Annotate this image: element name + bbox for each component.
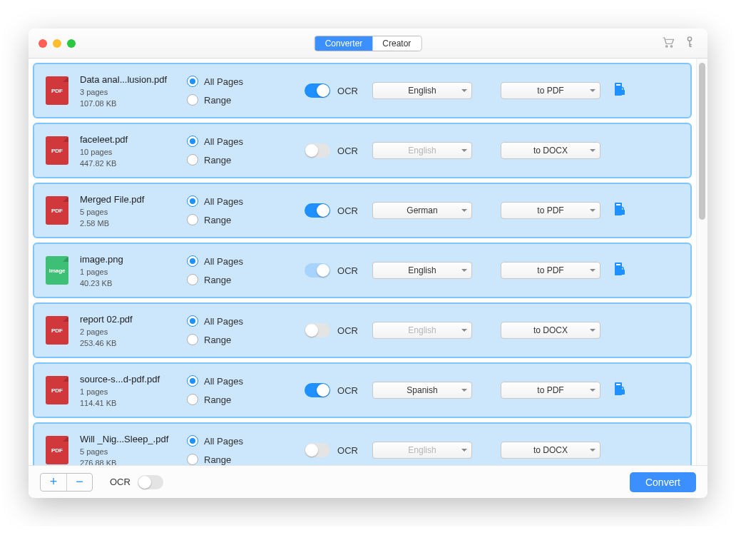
ocr-label: OCR bbox=[337, 205, 358, 216]
svg-rect-4 bbox=[619, 210, 625, 215]
key-icon[interactable] bbox=[685, 36, 695, 50]
file-size: 2.58 MB bbox=[80, 219, 187, 228]
file-name: image.png bbox=[80, 254, 187, 265]
tab-converter[interactable]: Converter bbox=[315, 36, 373, 51]
ocr-toggle[interactable] bbox=[305, 263, 330, 278]
pdf-file-icon: PDF bbox=[44, 315, 70, 346]
file-meta: report 02.pdf2 pages253.46 KB bbox=[80, 314, 187, 347]
format-dropdown[interactable]: to PDF bbox=[501, 262, 600, 279]
pdf-file-icon: PDF bbox=[44, 135, 70, 166]
ocr-group: OCR bbox=[272, 443, 358, 457]
file-pages: 3 pages bbox=[80, 88, 187, 96]
footer-ocr-toggle[interactable] bbox=[138, 475, 163, 489]
radio-all-pages[interactable]: All Pages bbox=[187, 315, 272, 327]
file-row[interactable]: PDFMerged File.pdf5 pages2.58 MBAll Page… bbox=[33, 183, 692, 238]
file-list: PDFData anal...lusion.pdf3 pages107.08 K… bbox=[29, 58, 696, 465]
format-dropdown[interactable]: to DOCX bbox=[501, 142, 600, 159]
language-dropdown[interactable]: English bbox=[372, 82, 472, 99]
file-row[interactable]: PDFWill _Nig...Sleep_.pdf5 pages276.88 K… bbox=[33, 422, 692, 465]
ocr-toggle[interactable] bbox=[305, 143, 330, 158]
ocr-group: OCR bbox=[272, 83, 358, 98]
image-file-icon: Image bbox=[44, 255, 70, 286]
file-size: 447.82 KB bbox=[80, 159, 187, 168]
ocr-group: OCR bbox=[272, 323, 358, 337]
lock-file-icon[interactable] bbox=[611, 382, 625, 399]
ocr-label: OCR bbox=[337, 86, 358, 96]
radio-range[interactable]: Range bbox=[187, 154, 272, 166]
file-pages: 10 pages bbox=[80, 148, 187, 156]
ocr-group: OCR bbox=[272, 143, 358, 158]
ocr-label: OCR bbox=[337, 385, 358, 396]
radio-all-pages[interactable]: All Pages bbox=[187, 195, 272, 207]
file-row[interactable]: Imageimage.png1 pages40.23 KBAll PagesRa… bbox=[33, 243, 692, 298]
file-meta: Will _Nig...Sleep_.pdf5 pages276.88 KB bbox=[80, 434, 187, 466]
ocr-toggle[interactable] bbox=[305, 323, 330, 337]
format-dropdown[interactable]: to PDF bbox=[501, 382, 600, 399]
page-range-group: All PagesRange bbox=[187, 195, 272, 225]
page-range-group: All PagesRange bbox=[187, 375, 272, 405]
format-dropdown[interactable]: to DOCX bbox=[501, 442, 600, 459]
footer: + − OCR Convert bbox=[29, 465, 707, 498]
file-pages: 1 pages bbox=[80, 268, 187, 276]
titlebar: Converter Creator bbox=[29, 29, 707, 58]
lock-file-icon[interactable] bbox=[611, 82, 625, 100]
language-dropdown[interactable]: English bbox=[372, 442, 472, 459]
ocr-toggle[interactable] bbox=[305, 203, 330, 218]
ocr-toggle[interactable] bbox=[305, 83, 330, 98]
lock-file-icon[interactable] bbox=[611, 202, 625, 220]
scrollbar[interactable] bbox=[696, 58, 707, 465]
add-remove-group: + − bbox=[40, 473, 93, 492]
file-pages: 5 pages bbox=[80, 447, 187, 456]
minimize-icon[interactable] bbox=[53, 39, 61, 48]
format-dropdown[interactable]: to DOCX bbox=[501, 322, 600, 339]
file-pages: 2 pages bbox=[80, 327, 187, 336]
pdf-file-icon: PDF bbox=[44, 375, 70, 406]
app-window: Converter Creator PDFData anal...lusion.… bbox=[29, 29, 707, 498]
format-dropdown[interactable]: to PDF bbox=[501, 202, 600, 219]
scrollbar-thumb[interactable] bbox=[699, 63, 705, 220]
language-dropdown[interactable]: Spanish bbox=[372, 382, 472, 399]
language-dropdown[interactable]: German bbox=[372, 202, 472, 219]
file-row[interactable]: PDFfaceleet.pdf10 pages447.82 KBAll Page… bbox=[33, 123, 692, 178]
ocr-label: OCR bbox=[337, 265, 358, 276]
radio-range[interactable]: Range bbox=[187, 214, 272, 225]
cart-icon[interactable] bbox=[662, 36, 675, 50]
file-name: Merged File.pdf bbox=[80, 194, 187, 205]
file-row[interactable]: PDFreport 02.pdf2 pages253.46 KBAll Page… bbox=[33, 302, 692, 358]
tab-creator[interactable]: Creator bbox=[372, 36, 421, 51]
zoom-icon[interactable] bbox=[67, 39, 76, 48]
radio-all-pages[interactable]: All Pages bbox=[187, 375, 272, 387]
convert-button[interactable]: Convert bbox=[630, 472, 696, 492]
radio-all-pages[interactable]: All Pages bbox=[187, 76, 272, 87]
file-name: Data anal...lusion.pdf bbox=[80, 74, 187, 85]
remove-file-button[interactable]: − bbox=[66, 474, 92, 491]
ocr-toggle[interactable] bbox=[305, 383, 330, 397]
language-dropdown[interactable]: English bbox=[372, 142, 472, 159]
page-range-group: All PagesRange bbox=[187, 255, 272, 285]
radio-range[interactable]: Range bbox=[187, 274, 272, 285]
ocr-toggle[interactable] bbox=[305, 443, 330, 457]
radio-range[interactable]: Range bbox=[187, 334, 272, 345]
radio-range[interactable]: Range bbox=[187, 94, 272, 106]
file-row[interactable]: PDFData anal...lusion.pdf3 pages107.08 K… bbox=[33, 63, 692, 118]
file-size: 276.88 KB bbox=[80, 459, 187, 466]
radio-range[interactable]: Range bbox=[187, 394, 272, 405]
radio-range[interactable]: Range bbox=[187, 454, 272, 465]
lock-file-icon[interactable] bbox=[611, 262, 625, 280]
file-pages: 1 pages bbox=[80, 387, 187, 396]
footer-ocr-label: OCR bbox=[110, 477, 131, 487]
mode-tabs: Converter Creator bbox=[315, 36, 422, 51]
close-icon[interactable] bbox=[39, 39, 47, 48]
radio-all-pages[interactable]: All Pages bbox=[187, 136, 272, 147]
ocr-group: OCR bbox=[272, 383, 358, 397]
language-dropdown[interactable]: English bbox=[372, 322, 472, 339]
add-file-button[interactable]: + bbox=[41, 474, 66, 491]
svg-rect-3 bbox=[619, 90, 625, 95]
file-size: 114.41 KB bbox=[80, 399, 187, 407]
file-row[interactable]: PDFsource-s...d-pdf.pdf1 pages114.41 KBA… bbox=[33, 362, 692, 418]
radio-all-pages[interactable]: All Pages bbox=[187, 255, 272, 267]
format-dropdown[interactable]: to PDF bbox=[501, 82, 600, 99]
radio-all-pages[interactable]: All Pages bbox=[187, 435, 272, 447]
file-name: faceleet.pdf bbox=[80, 134, 187, 145]
language-dropdown[interactable]: English bbox=[372, 262, 472, 279]
